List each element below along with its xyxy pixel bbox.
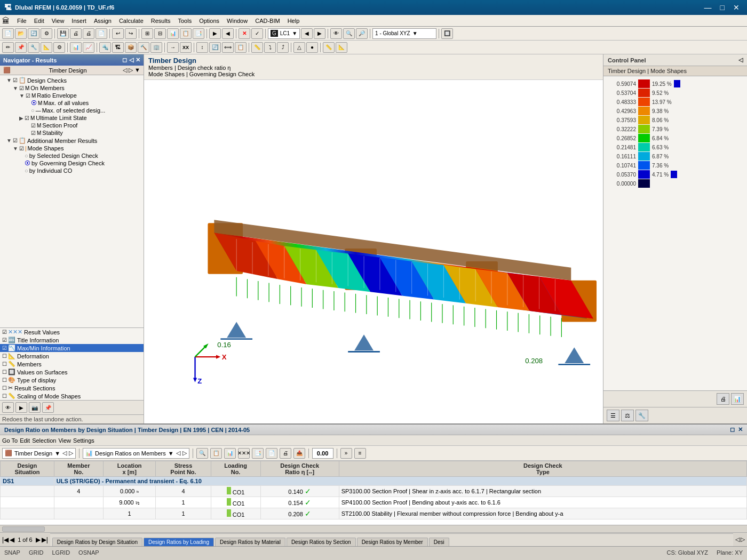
tb2-3[interactable]: 🔧 xyxy=(28,42,39,53)
nav-btn-show[interactable]: ▶ xyxy=(15,402,27,413)
bp-menu-goto[interactable]: Go To xyxy=(2,437,18,444)
nav-members[interactable]: ☐ 📏 Members xyxy=(0,360,144,368)
bp-float-btn[interactable]: ◻ xyxy=(730,426,735,433)
tb-grid3[interactable]: 📊 xyxy=(167,28,179,39)
menu-tools[interactable]: Tools xyxy=(174,17,195,25)
table-scrollbar[interactable] xyxy=(0,525,747,532)
bt-btn5[interactable]: 📑 xyxy=(252,448,264,459)
cp-btn-2[interactable]: ⚖ xyxy=(621,410,634,421)
nav-result-values[interactable]: ☑ ✕✕✕ Result Values xyxy=(0,328,144,336)
bt-dropdown1[interactable]: 🟫 Timber Design ▼ ◁ ▷ xyxy=(2,448,76,459)
btab-member[interactable]: Design Ratios by Member xyxy=(357,538,428,546)
tb2-move[interactable]: ↕ xyxy=(196,42,208,53)
btab-loading[interactable]: Design Ratios by Loading xyxy=(144,538,214,546)
tree-max-all-values[interactable]: ▶ ⦿ M Max. of all values xyxy=(0,99,144,107)
status-osnap[interactable]: OSNAP xyxy=(78,549,99,556)
tb-grid4[interactable]: 📋 xyxy=(180,28,192,39)
nav-result-sections[interactable]: ☐ ✂ Result Sections xyxy=(0,384,144,392)
cp-expand[interactable]: ◁ xyxy=(738,57,743,63)
menu-calculate[interactable]: Calculate xyxy=(116,17,147,25)
bp-menu-selection[interactable]: Selection xyxy=(32,437,56,444)
page-next-btn[interactable]: ▶ xyxy=(36,536,41,543)
tb-redo[interactable]: ↪ xyxy=(125,28,137,39)
cp-btn-export[interactable]: 🖨 xyxy=(717,393,729,405)
tb-grid2[interactable]: ⊟ xyxy=(154,28,166,39)
tree-stability[interactable]: ▶ ☑ M Stability xyxy=(0,129,144,137)
tb-print2[interactable]: 🖨 xyxy=(83,28,94,39)
tree-ratio-envelope[interactable]: ▼ ☑ M Ratio Envelope xyxy=(0,92,144,99)
status-snap[interactable]: SNAP xyxy=(4,549,20,556)
tb2-copy[interactable]: 📋 xyxy=(235,42,247,53)
table-row-0[interactable]: 4 0.000 ≈ 4 CO1 0.140 ✓ SP3100.00 Sectio… xyxy=(1,486,747,497)
nav-float-btn[interactable]: ◻ xyxy=(122,57,127,63)
nav-values-surfaces[interactable]: ☐ 🔲 Values on Surfaces xyxy=(0,368,144,376)
tb2-arrow[interactable]: → xyxy=(167,42,179,53)
tb2-rot[interactable]: 🔄 xyxy=(209,42,221,53)
tb-view3[interactable]: 🔎 xyxy=(356,28,368,39)
nav-btn-pin[interactable]: 📌 xyxy=(42,402,54,413)
tb2-tri[interactable]: △ xyxy=(293,42,305,53)
tb-print1[interactable]: 🖨 xyxy=(70,28,82,39)
btab-material[interactable]: Design Ratios by Material xyxy=(215,538,285,546)
tb-x[interactable]: ✕ xyxy=(239,28,250,39)
menu-file[interactable]: File xyxy=(14,17,30,25)
nav-next[interactable]: ▷ xyxy=(129,67,133,74)
bt-more2[interactable]: ≡ xyxy=(354,448,366,459)
tb2-ruler[interactable]: 📏 xyxy=(323,42,335,53)
btab-section[interactable]: Design Ratios by Section xyxy=(287,538,356,546)
bt-more[interactable]: » xyxy=(340,448,352,459)
nav-close-btn[interactable]: ✕ xyxy=(136,57,140,63)
table-row-1[interactable]: 9.000 ¹⁄₂ 1 CO1 0.154 ✓ SP4100.00 Sectio… xyxy=(1,497,747,508)
tb2-mirror[interactable]: ⟺ xyxy=(222,42,234,53)
tb-view1[interactable]: 👁 xyxy=(330,28,342,39)
tb2-load2[interactable]: ⤴ xyxy=(277,42,289,53)
nav-prev[interactable]: ◁ xyxy=(123,67,127,74)
bt-btn2[interactable]: 📋 xyxy=(210,448,222,459)
tb-undo[interactable]: ↩ xyxy=(112,28,124,39)
bt-btn7[interactable]: 🖨 xyxy=(280,448,291,459)
tree-additional-results[interactable]: ▼ ☑ 📋 Additional Member Results xyxy=(0,137,144,145)
nav-title-info[interactable]: ☑ 🔤 Title Information xyxy=(0,336,144,344)
menu-window[interactable]: Window xyxy=(224,17,251,25)
tb2-load[interactable]: ⤵ xyxy=(264,42,276,53)
page-last-btn[interactable]: ▶| xyxy=(42,536,48,543)
tb2-7[interactable]: 📈 xyxy=(83,42,94,53)
status-lgrid[interactable]: LGRID xyxy=(52,549,70,556)
cp-btn-3[interactable]: 🔧 xyxy=(635,410,648,421)
window-controls[interactable]: — □ ✕ xyxy=(701,3,743,12)
cp-btn-1[interactable]: ☰ xyxy=(607,410,619,421)
tb-view-dropdown[interactable]: 1 - Global XYZ ▼ xyxy=(372,28,436,39)
tb-prev-lc[interactable]: ◀ xyxy=(301,28,313,39)
bp-menu-edit[interactable]: Edit xyxy=(20,437,30,444)
tab-nav-btns[interactable]: ◁ ▷ xyxy=(733,536,747,543)
menu-help[interactable]: Help xyxy=(284,17,303,25)
tb-disp1[interactable]: 🔲 xyxy=(441,28,453,39)
tree-by-governing[interactable]: ▶ ⦿ by Governing Design Check xyxy=(0,159,144,167)
bt-btn3[interactable]: 📊 xyxy=(224,448,236,459)
tree-by-individual[interactable]: ▶ ○ by Individual CO xyxy=(0,167,144,174)
tb-calc2[interactable]: ◀ xyxy=(222,28,234,39)
bt-btn1[interactable]: 🔍 xyxy=(196,448,208,459)
tb-open[interactable]: 📂 xyxy=(15,28,27,39)
tb-new[interactable]: 📄 xyxy=(2,28,14,39)
table-row-2[interactable]: 1 1 CO1 0.208 ✓ ST2100.00 Stability | Fl… xyxy=(1,508,747,519)
page-first-btn[interactable]: |◀ xyxy=(2,536,9,543)
btab-design-situation[interactable]: Design Ratios by Design Situation xyxy=(52,538,142,546)
tb2-12[interactable]: 🏢 xyxy=(150,42,162,53)
tb2-8[interactable]: 🔩 xyxy=(99,42,111,53)
tb-settings[interactable]: ⚙ xyxy=(41,28,52,39)
status-grid[interactable]: GRID xyxy=(29,549,44,556)
btab-more[interactable]: Desi xyxy=(429,538,449,546)
nav-deformation[interactable]: ☐ 📐 Deformation xyxy=(0,352,144,360)
menu-edit[interactable]: Edit xyxy=(31,17,47,25)
bt-btn8[interactable]: 📤 xyxy=(293,448,305,459)
tb2-11[interactable]: 🔨 xyxy=(138,42,149,53)
menu-cad-bim[interactable]: CAD-BIM xyxy=(252,17,283,25)
menu-options[interactable]: Options xyxy=(196,17,222,25)
tree-uls[interactable]: ▶ ☑ M Ultimate Limit State xyxy=(0,114,144,122)
tb-next-lc[interactable]: ▶ xyxy=(314,28,325,39)
tb2-1[interactable]: ✏ xyxy=(2,42,14,53)
nav-minimize-btn[interactable]: ◁ xyxy=(129,57,133,63)
tb-save[interactable]: 💾 xyxy=(57,28,69,39)
maximize-btn[interactable]: □ xyxy=(717,3,728,12)
